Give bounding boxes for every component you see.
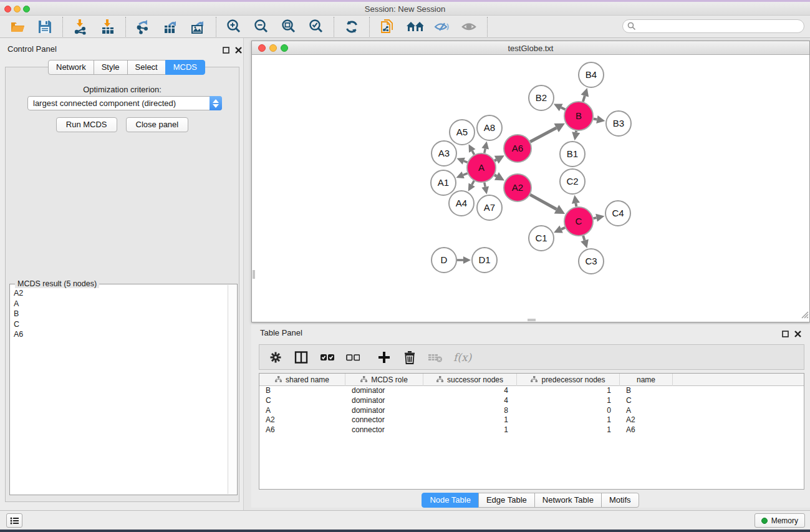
memory-button[interactable]: Memory — [755, 513, 805, 528]
column-settings-icon[interactable] — [268, 350, 283, 365]
delete-column-icon[interactable] — [402, 350, 417, 365]
tab-network[interactable]: Network — [48, 60, 94, 75]
table-cell-successor-nodes[interactable]: 1 — [423, 425, 517, 435]
tab-network-table[interactable]: Network Table — [534, 493, 602, 508]
network-canvas[interactable]: AA1A2A3A4A5A6A7A8BB1B2B3B4CC1C2C3C4DD1 — [252, 55, 809, 322]
tab-mcds[interactable]: MCDS — [165, 60, 205, 75]
graph-node-C4[interactable]: C4 — [605, 201, 630, 226]
column-header-mcds-role[interactable]: MCDS role — [345, 374, 423, 386]
export-image-icon[interactable] — [190, 18, 207, 36]
mcds-result-item[interactable]: A6 — [11, 329, 228, 340]
table-cell-name[interactable]: A2 — [620, 415, 673, 425]
tab-select[interactable]: Select — [127, 60, 166, 75]
mcds-result-scrollbar[interactable] — [228, 285, 236, 494]
graph-node-A1[interactable]: A1 — [431, 170, 456, 195]
close-panel-button[interactable]: Close panel — [126, 117, 189, 132]
table-cell-shared-name[interactable]: B — [259, 386, 345, 396]
float-table-panel-icon[interactable] — [782, 329, 789, 340]
table-cell-name[interactable]: A — [620, 406, 673, 416]
table-cell-successor-nodes[interactable]: 8 — [423, 406, 517, 416]
table-cell-successor-nodes[interactable]: 4 — [423, 396, 517, 406]
table-cell-mcds-role[interactable]: connector — [345, 415, 423, 425]
network-vscroll-thumb[interactable] — [253, 270, 255, 279]
table-cell-successor-nodes[interactable]: 4 — [423, 386, 517, 396]
import-network-icon[interactable] — [72, 18, 89, 36]
table-cell-successor-nodes[interactable]: 1 — [423, 415, 517, 425]
graph-node-B[interactable]: B — [564, 102, 593, 130]
select-all-icon[interactable] — [319, 350, 334, 365]
table-row[interactable]: A2connector11A2 — [259, 415, 804, 425]
zoom-selected-icon[interactable] — [307, 18, 325, 36]
graph-node-C3[interactable]: C3 — [579, 249, 604, 274]
graph-node-A[interactable]: A — [467, 153, 496, 182]
column-header-predecessor-nodes[interactable]: predecessor nodes — [517, 374, 620, 386]
import-table-icon[interactable] — [99, 18, 117, 36]
tab-style[interactable]: Style — [94, 60, 128, 75]
graph-node-A8[interactable]: A8 — [477, 115, 502, 140]
delete-table-icon[interactable] — [428, 350, 443, 365]
table-cell-predecessor-nodes[interactable]: 1 — [517, 386, 620, 396]
export-table-icon[interactable] — [162, 18, 180, 36]
table-cell-shared-name[interactable]: A6 — [259, 425, 345, 435]
new-network-from-selection-icon[interactable] — [378, 18, 396, 36]
graph-node-B2[interactable]: B2 — [529, 85, 554, 110]
table-cell-shared-name[interactable]: C — [259, 396, 345, 406]
search-input[interactable] — [622, 19, 804, 33]
mcds-result-item[interactable]: C — [11, 319, 228, 330]
show-panels-button[interactable] — [6, 513, 22, 528]
table-cell-mcds-role[interactable]: dominator — [345, 386, 423, 396]
graph-node-C[interactable]: C — [564, 207, 593, 236]
table-cell-mcds-role[interactable]: dominator — [345, 406, 423, 416]
zoom-out-icon[interactable] — [253, 18, 270, 36]
show-graphics-details-icon[interactable] — [461, 18, 478, 36]
unselect-all-icon[interactable] — [345, 350, 360, 365]
table-cell-name[interactable]: B — [620, 386, 673, 396]
export-network-icon[interactable] — [135, 18, 152, 36]
table-cell-shared-name[interactable]: A — [259, 406, 345, 416]
table-row[interactable]: A6connector11A6 — [259, 425, 804, 435]
graph-node-D1[interactable]: D1 — [472, 248, 497, 273]
graph-node-D[interactable]: D — [432, 248, 456, 273]
tab-edge-table[interactable]: Edge Table — [478, 493, 535, 508]
save-session-icon[interactable] — [36, 18, 54, 36]
table-cell-predecessor-nodes[interactable]: 1 — [517, 425, 620, 435]
graph-node-B3[interactable]: B3 — [606, 111, 631, 136]
zoom-fit-icon[interactable] — [280, 18, 297, 36]
tab-node-table[interactable]: Node Table — [422, 493, 479, 508]
table-row[interactable]: Cdominator41C — [259, 396, 804, 406]
table-cell-mcds-role[interactable]: dominator — [345, 396, 423, 406]
mcds-result-item[interactable]: B — [11, 309, 228, 319]
graph-node-C1[interactable]: C1 — [529, 226, 554, 251]
run-mcds-button[interactable]: Run MCDS — [56, 117, 117, 132]
graph-node-A7[interactable]: A7 — [477, 195, 502, 220]
table-cell-predecessor-nodes[interactable]: 1 — [517, 396, 620, 406]
node-table[interactable]: shared nameMCDS rolesuccessor nodesprede… — [259, 373, 804, 490]
table-row[interactable]: Bdominator41B — [259, 386, 804, 396]
close-panel-icon[interactable] — [235, 45, 242, 56]
graph-node-A3[interactable]: A3 — [432, 141, 456, 166]
criterion-dropdown[interactable]: largest connected component (directed) — [27, 96, 222, 110]
network-window-titlebar[interactable]: testGlobe.txt — [252, 41, 809, 55]
graph-node-B4[interactable]: B4 — [579, 62, 604, 87]
apply-function-icon[interactable]: f(x) — [453, 351, 471, 364]
tab-motifs[interactable]: Motifs — [601, 493, 639, 508]
graph-node-A4[interactable]: A4 — [449, 191, 474, 216]
open-session-icon[interactable] — [9, 18, 26, 36]
close-table-panel-icon[interactable] — [794, 329, 801, 340]
column-header-shared-name[interactable]: shared name — [259, 374, 345, 386]
mcds-result-item[interactable]: A — [11, 299, 228, 309]
table-cell-mcds-role[interactable]: connector — [345, 425, 423, 435]
window-resize-grip[interactable] — [801, 310, 809, 321]
float-panel-icon[interactable] — [223, 45, 229, 56]
table-cell-predecessor-nodes[interactable]: 0 — [517, 406, 620, 416]
graph-node-A5[interactable]: A5 — [450, 120, 475, 145]
network-home-icon[interactable] — [406, 18, 423, 36]
zoom-in-icon[interactable] — [225, 18, 243, 36]
table-cell-shared-name[interactable]: A2 — [259, 415, 345, 425]
table-cell-name[interactable]: C — [620, 396, 673, 406]
column-header-name[interactable]: name — [620, 374, 673, 386]
refresh-icon[interactable] — [343, 18, 360, 36]
network-hscroll-thumb[interactable] — [528, 319, 536, 321]
mcds-result-item[interactable]: A2 — [11, 288, 228, 299]
graph-node-A2[interactable]: A2 — [504, 174, 531, 201]
